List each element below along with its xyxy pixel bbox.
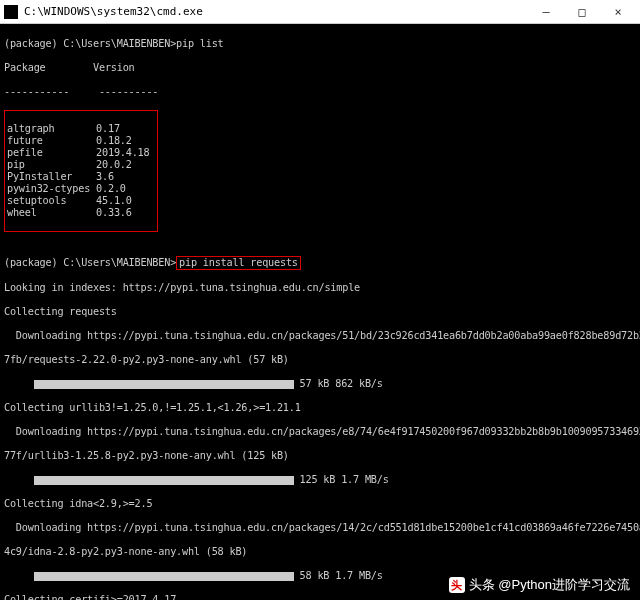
package-row: pefile2019.4.18	[7, 147, 155, 159]
package-list-1: altgraph0.17future0.18.2pefile2019.4.18p…	[7, 123, 155, 219]
prompt: (package) C:\Users\MAIBENBEN>	[4, 38, 176, 49]
window-titlebar: C:\WINDOWS\system32\cmd.exe — □ ×	[0, 0, 640, 24]
package-row: future0.18.2	[7, 135, 155, 147]
install-line: Collecting certifi>=2017.4.17	[4, 594, 636, 600]
package-row: pip20.0.2	[7, 159, 155, 171]
cmd-pip-list: pip list	[176, 38, 223, 49]
install-line: Collecting requests	[4, 306, 636, 318]
minimize-button[interactable]: —	[528, 0, 564, 24]
package-row: PyInstaller3.6	[7, 171, 155, 183]
terminal-output[interactable]: (package) C:\Users\MAIBENBEN>pip list Pa…	[0, 24, 640, 600]
header-sep: ----------- ----------	[4, 86, 636, 98]
highlight-box-install-cmd: pip install requests	[176, 256, 301, 270]
prompt: (package) C:\Users\MAIBENBEN>	[4, 257, 176, 268]
watermark-text: 头条 @Python进阶学习交流	[469, 576, 630, 594]
install-line: Collecting idna<2.9,>=2.5	[4, 498, 636, 510]
install-line: Looking in indexes: https://pypi.tuna.ts…	[4, 282, 636, 294]
progress-text: 57 kB 862 kB/s	[300, 378, 383, 389]
progress-text: 125 kB 1.7 MB/s	[300, 474, 389, 485]
window-controls: — □ ×	[528, 0, 636, 24]
progress-bar	[34, 476, 294, 485]
install-line: Collecting urllib3!=1.25.0,!=1.25.1,<1.2…	[4, 402, 636, 414]
package-row: pywin32-ctypes0.2.0	[7, 183, 155, 195]
progress-bar	[34, 572, 294, 581]
col-header-pkg: Package	[4, 62, 46, 73]
col-header-ver: Version	[93, 62, 135, 73]
install-line: Downloading https://pypi.tuna.tsinghua.e…	[4, 330, 636, 342]
highlight-box-initial-packages: altgraph0.17future0.18.2pefile2019.4.18p…	[4, 110, 158, 232]
progress-bar	[34, 380, 294, 389]
install-line: 4c9/idna-2.8-py2.py3-none-any.whl (58 kB…	[4, 546, 636, 558]
close-button[interactable]: ×	[600, 0, 636, 24]
watermark-icon: 头	[449, 577, 465, 593]
install-line: Downloading https://pypi.tuna.tsinghua.e…	[4, 426, 636, 438]
package-row: altgraph0.17	[7, 123, 155, 135]
package-row: wheel0.33.6	[7, 207, 155, 219]
install-line: 7fb/requests-2.22.0-py2.py3-none-any.whl…	[4, 354, 636, 366]
maximize-button[interactable]: □	[564, 0, 600, 24]
cmd-icon	[4, 5, 18, 19]
watermark: 头 头条 @Python进阶学习交流	[449, 576, 630, 594]
install-line: 77f/urllib3-1.25.8-py2.py3-none-any.whl …	[4, 450, 636, 462]
window-title: C:\WINDOWS\system32\cmd.exe	[24, 5, 528, 18]
install-line: Downloading https://pypi.tuna.tsinghua.e…	[4, 522, 636, 534]
package-row: setuptools45.1.0	[7, 195, 155, 207]
progress-text: 58 kB 1.7 MB/s	[300, 570, 383, 581]
